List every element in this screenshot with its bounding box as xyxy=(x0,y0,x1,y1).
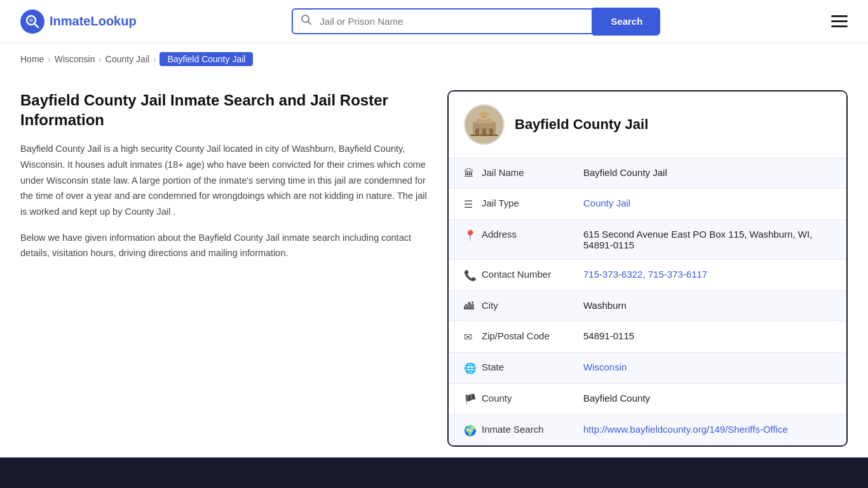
right-column: Bayfield County Jail 🏛Jail NameBayfield … xyxy=(447,90,848,447)
search-input[interactable] xyxy=(320,10,592,33)
main-layout: Bayfield County Jail Inmate Search and J… xyxy=(0,75,868,472)
row-value: Bayfield County Jail xyxy=(583,167,831,178)
row-icon: 📞 xyxy=(464,269,482,281)
table-row: 🌐StateWisconsin xyxy=(449,353,846,384)
breadcrumb-sep-3: › xyxy=(153,55,156,64)
info-card: Bayfield County Jail 🏛Jail NameBayfield … xyxy=(447,90,848,447)
table-row: ☰Jail TypeCounty Jail xyxy=(449,189,846,220)
svg-point-2 xyxy=(29,18,33,22)
row-label: Address xyxy=(482,229,583,240)
footer-bar xyxy=(0,458,868,472)
row-icon: 🌍 xyxy=(464,424,482,437)
page-desc-1: Bayfield County Jail is a high security … xyxy=(20,141,427,219)
hamburger-line-1 xyxy=(831,15,848,17)
row-label: Jail Type xyxy=(482,198,583,208)
hamburger-line-3 xyxy=(831,25,848,27)
row-value[interactable]: Wisconsin xyxy=(583,362,831,372)
breadcrumb-sep-1: › xyxy=(48,55,50,64)
table-row: 📞Contact Number715-373-6322, 715-373-611… xyxy=(449,260,846,291)
row-value: 54891-0115 xyxy=(583,330,831,341)
logo-text: InmateLookup xyxy=(50,14,137,29)
left-column: Bayfield County Jail Inmate Search and J… xyxy=(20,90,427,271)
row-icon: 🏴 xyxy=(464,393,482,405)
hamburger-line-2 xyxy=(831,20,848,22)
row-link[interactable]: County Jail xyxy=(583,198,630,208)
row-icon: 🏛 xyxy=(464,168,482,179)
row-label: City xyxy=(482,300,583,311)
page-desc-2: Below we have given information about th… xyxy=(20,230,427,261)
row-link[interactable]: http://www.bayfieldcounty.org/149/Sherif… xyxy=(583,424,788,435)
row-label: Jail Name xyxy=(482,167,583,178)
breadcrumb-state[interactable]: Wisconsin xyxy=(55,54,95,64)
row-label: Inmate Search xyxy=(482,424,583,435)
svg-line-4 xyxy=(308,22,311,25)
table-row: 🏴CountyBayfield County xyxy=(449,384,846,415)
menu-button[interactable] xyxy=(831,15,848,27)
row-value: Washburn xyxy=(583,300,831,311)
card-title: Bayfield County Jail xyxy=(515,116,648,133)
card-header: Bayfield County Jail xyxy=(449,92,846,158)
search-area: Search xyxy=(292,8,660,36)
svg-rect-13 xyxy=(470,135,498,136)
row-value[interactable]: http://www.bayfieldcounty.org/149/Sherif… xyxy=(583,424,831,435)
logo-link[interactable]: InmateLookup xyxy=(20,10,137,34)
row-icon: ✉ xyxy=(464,331,482,343)
breadcrumb: Home › Wisconsin › County Jail › Bayfiel… xyxy=(0,43,868,75)
search-button[interactable]: Search xyxy=(593,8,660,36)
breadcrumb-sep-2: › xyxy=(99,55,102,64)
page-title: Bayfield County Jail Inmate Search and J… xyxy=(20,90,427,130)
row-icon: 🏙 xyxy=(464,301,482,312)
row-value: 615 Second Avenue East PO Box 115, Washb… xyxy=(583,229,831,250)
row-link[interactable]: 715-373-6322, 715-373-6117 xyxy=(583,269,707,280)
breadcrumb-current: Bayfield County Jail xyxy=(159,52,253,66)
table-row: 🌍Inmate Searchhttp://www.bayfieldcounty.… xyxy=(449,415,846,445)
svg-point-9 xyxy=(479,112,489,117)
search-icon xyxy=(293,14,320,29)
row-value[interactable]: 715-373-6322, 715-373-6117 xyxy=(583,269,831,280)
card-logo xyxy=(464,104,505,145)
row-value: Bayfield County xyxy=(583,393,831,403)
row-label: State xyxy=(482,362,583,372)
header: InmateLookup Search xyxy=(0,0,868,43)
table-row: 🏙CityWashburn xyxy=(449,291,846,322)
row-label: Zip/Postal Code xyxy=(482,330,583,341)
row-value[interactable]: County Jail xyxy=(583,198,831,208)
logo-icon xyxy=(20,10,44,34)
breadcrumb-type[interactable]: County Jail xyxy=(105,54,149,64)
info-rows: 🏛Jail NameBayfield County Jail☰Jail Type… xyxy=(449,158,846,445)
row-label: Contact Number xyxy=(482,269,583,280)
breadcrumb-home[interactable]: Home xyxy=(20,54,44,64)
table-row: 📍Address615 Second Avenue East PO Box 11… xyxy=(449,220,846,260)
row-label: County xyxy=(482,393,583,403)
table-row: 🏛Jail NameBayfield County Jail xyxy=(449,158,846,189)
row-icon: 🌐 xyxy=(464,362,482,374)
row-link[interactable]: Wisconsin xyxy=(583,362,627,372)
table-row: ✉Zip/Postal Code54891-0115 xyxy=(449,322,846,353)
search-box xyxy=(292,8,593,34)
svg-line-1 xyxy=(35,24,39,27)
row-icon: ☰ xyxy=(464,198,482,210)
row-icon: 📍 xyxy=(464,229,482,241)
